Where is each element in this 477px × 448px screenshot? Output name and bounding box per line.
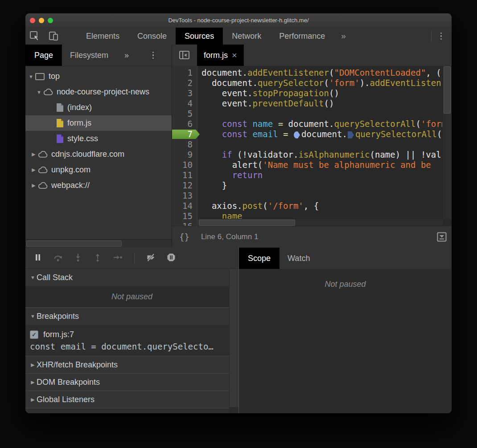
code-line[interactable]: event.stopPropagation() <box>201 88 452 98</box>
tree-item-label: style.css <box>67 134 98 143</box>
tree-item-cdnjs-cloudflare-com[interactable]: ▶cdnjs.cloudflare.com <box>25 147 172 162</box>
source-options-button[interactable] <box>436 232 447 242</box>
more-panels-button[interactable]: » <box>334 28 353 45</box>
editor-hscrollbar-thumb[interactable] <box>199 220 295 226</box>
triangle-collapsed-icon: ▶ <box>29 379 37 385</box>
code-line[interactable]: alert('Name must be alphanumeric and be <box>201 160 452 170</box>
gutter-line-number[interactable]: 10 <box>172 160 197 170</box>
tab-performance[interactable]: Performance <box>270 28 334 45</box>
editor-horizontal-scrollbar[interactable] <box>198 219 443 226</box>
tree-item-form-js[interactable]: form.js <box>25 115 172 131</box>
tab-network[interactable]: Network <box>223 28 270 45</box>
line-number-gutter[interactable]: 12345678910111213141516 <box>172 66 197 226</box>
tab-sources[interactable]: Sources <box>176 28 223 45</box>
code-line[interactable] <box>201 109 452 119</box>
gutter-line-number[interactable]: 2 <box>172 78 197 88</box>
gutter-line-number[interactable]: 11 <box>172 170 197 180</box>
tab-watch[interactable]: Watch <box>280 248 318 269</box>
gutter-line-number[interactable]: 9 <box>172 150 197 160</box>
toggle-device-toolbar-button[interactable] <box>44 28 63 45</box>
dom-breakpoints-section-header[interactable]: ▶ DOM Breakpoints <box>25 373 238 391</box>
code-token: const <box>222 129 247 139</box>
triangle-collapsed-icon[interactable]: ▶ <box>30 167 37 173</box>
gutter-line-number[interactable]: 1 <box>172 68 197 78</box>
gutter-line-number[interactable]: 14 <box>172 201 197 211</box>
gutter-line-number[interactable]: 3 <box>172 88 197 98</box>
call-stack-section-header[interactable]: ▼ Call Stack <box>25 269 238 286</box>
pretty-print-button[interactable]: {} <box>179 232 189 242</box>
tree-item-index[interactable]: (index) <box>25 100 172 115</box>
tree-item-webpack[interactable]: ▶webpack:// <box>25 178 172 193</box>
tab-console[interactable]: Console <box>128 28 176 45</box>
inspect-element-button[interactable] <box>25 28 44 45</box>
editor-tab-label: form.js <box>204 51 228 60</box>
gutter-line-number[interactable]: 8 <box>172 139 197 150</box>
code-line[interactable]: document.querySelector('form').addEventL… <box>201 78 452 88</box>
editor-vscrollbar-thumb[interactable] <box>444 66 451 114</box>
triangle-collapsed-icon[interactable]: ▶ <box>30 151 37 157</box>
deactivate-breakpoints-button[interactable] <box>146 253 156 264</box>
inline-breakpoint-marker[interactable] <box>294 131 300 138</box>
pause-script-button[interactable] <box>33 253 42 264</box>
pause-on-exceptions-button[interactable] <box>167 253 176 264</box>
more-navigator-tabs-button[interactable]: » <box>116 45 137 66</box>
inline-breakpoint-marker[interactable] <box>348 131 354 138</box>
code-token: () <box>324 98 334 108</box>
tab-elements[interactable]: Elements <box>77 28 128 45</box>
editor-tab-form-js[interactable]: form.js × <box>197 45 244 66</box>
code-line[interactable] <box>201 139 452 150</box>
breakpoints-section-header[interactable]: ▼ Breakpoints <box>25 307 238 325</box>
global-listeners-section-header[interactable]: ▶ Global Listeners <box>25 391 238 408</box>
step-out-button[interactable] <box>93 253 102 264</box>
tab-scope[interactable]: Scope <box>239 248 280 269</box>
breakpoint-arrow-marker[interactable] <box>172 130 200 139</box>
minimize-window-button[interactable] <box>39 18 44 23</box>
code-line[interactable]: const email = document.querySelectorAll(… <box>201 129 452 139</box>
gutter-line-number[interactable]: 15 <box>172 211 197 221</box>
call-stack-message: Not paused <box>25 286 238 307</box>
step-into-button[interactable] <box>74 253 82 264</box>
code-line[interactable]: } <box>201 180 452 191</box>
gutter-line-number[interactable]: 7 <box>172 129 197 139</box>
code-line[interactable]: const name = document.querySelectorAll('… <box>201 119 452 129</box>
editor-vertical-scrollbar[interactable] <box>442 66 452 219</box>
triangle-expanded-icon[interactable]: ▼ <box>35 90 43 95</box>
code-line[interactable]: document.addEventListener("DOMContentLoa… <box>201 68 452 78</box>
gutter-line-number[interactable]: 5 <box>172 109 197 119</box>
debugger-sidebar-scrollbar[interactable] <box>229 269 238 413</box>
code-line[interactable]: axios.post('/form', { <box>201 201 452 211</box>
tab-page[interactable]: Page <box>25 45 62 66</box>
toggle-navigator-button[interactable] <box>172 45 197 66</box>
sidebar-horizontal-scrollbar[interactable] <box>25 239 172 248</box>
devtools-menu-button[interactable] <box>438 30 445 43</box>
triangle-collapsed-icon[interactable]: ▶ <box>30 183 37 188</box>
code-line[interactable]: if (!validator.isAlphanumeric(name) || !… <box>201 150 452 160</box>
navigator-menu-button[interactable] <box>142 45 172 66</box>
gutter-line-number[interactable]: 6 <box>172 119 197 129</box>
triangle-expanded-icon[interactable]: ▼ <box>27 74 35 79</box>
code-token: event. <box>201 88 252 98</box>
gutter-line-number[interactable]: 12 <box>172 180 197 191</box>
tab-filesystem[interactable]: Filesystem <box>62 45 116 66</box>
window-titlebar[interactable]: DevTools - node-course-project-newslette… <box>25 13 452 28</box>
code-line[interactable]: return <box>201 170 452 180</box>
step-button[interactable] <box>113 253 123 264</box>
breakpoint-checkbox[interactable] <box>30 330 38 339</box>
step-over-button[interactable] <box>53 253 63 264</box>
sidebar-scrollbar-thumb[interactable] <box>26 240 122 247</box>
tree-item-node-course-project-news[interactable]: ▼node-course-project-news <box>25 84 172 100</box>
xhr-fetch-breakpoints-section-header[interactable]: ▶ XHR/fetch Breakpoints <box>25 356 238 373</box>
code-line[interactable] <box>201 191 452 201</box>
close-window-button[interactable] <box>30 18 35 23</box>
close-tab-icon[interactable]: × <box>232 51 237 60</box>
gutter-line-number[interactable]: 13 <box>172 191 197 201</box>
breakpoint-entry[interactable]: form.js:7 const email = document.querySe… <box>25 325 238 356</box>
gutter-line-number[interactable]: 4 <box>172 98 197 109</box>
tree-item-top[interactable]: ▼top <box>25 69 172 84</box>
code-line[interactable]: event.preventDefault() <box>201 98 452 109</box>
tree-item-unpkg-com[interactable]: ▶unpkg.com <box>25 162 172 178</box>
code-content[interactable]: document.addEventListener("DOMContentLoa… <box>198 66 452 226</box>
zoom-window-button[interactable] <box>48 18 53 23</box>
tree-item-style-css[interactable]: style.css <box>25 131 172 147</box>
breakpoint-location-label: form.js:7 <box>43 330 74 339</box>
